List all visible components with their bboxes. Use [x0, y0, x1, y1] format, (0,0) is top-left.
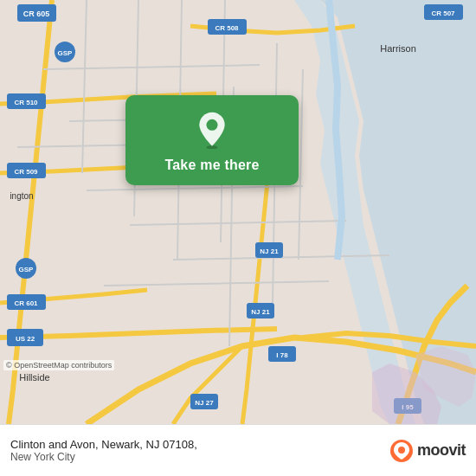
footer-location-text: Clinton and Avon, Newark, NJ 07108,: [10, 438, 197, 451]
footer-location-info: Clinton and Avon, Newark, NJ 07108, New …: [10, 438, 197, 463]
moovit-logo: moovit: [389, 439, 466, 463]
svg-text:CR 509: CR 509: [14, 168, 38, 176]
action-card[interactable]: Take me there: [125, 95, 299, 185]
svg-text:CR 508: CR 508: [215, 24, 239, 32]
footer-city-text: New York City: [10, 451, 197, 463]
svg-text:Hillside: Hillside: [19, 372, 49, 383]
svg-point-36: [398, 447, 405, 453]
svg-text:CR 605: CR 605: [23, 10, 50, 18]
map-container: CR 605 GSP CR 510 CR 508 CR 507 CR 509 G…: [0, 0, 476, 424]
svg-text:NJ 21: NJ 21: [251, 308, 270, 316]
svg-text:ington: ington: [10, 191, 33, 201]
svg-text:GSP: GSP: [58, 49, 74, 57]
svg-text:US 22: US 22: [16, 335, 35, 343]
svg-text:GSP: GSP: [19, 266, 35, 273]
svg-point-34: [206, 119, 217, 131]
location-pin-icon: [193, 111, 231, 149]
svg-text:Harrison: Harrison: [380, 43, 416, 54]
svg-text:I 78: I 78: [276, 351, 288, 359]
svg-text:NJ 21: NJ 21: [260, 248, 279, 255]
take-me-there-button[interactable]: Take me there: [164, 158, 259, 173]
osm-credit: © OpenStreetMap contributors: [3, 360, 114, 370]
footer-bar: Clinton and Avon, Newark, NJ 07108, New …: [0, 424, 476, 476]
svg-text:NJ 27: NJ 27: [195, 399, 214, 407]
svg-text:CR 510: CR 510: [14, 99, 38, 106]
moovit-icon: [389, 439, 414, 463]
svg-text:CR 507: CR 507: [431, 10, 455, 17]
moovit-brand-text: moovit: [417, 441, 466, 460]
svg-text:CR 601: CR 601: [14, 299, 38, 307]
